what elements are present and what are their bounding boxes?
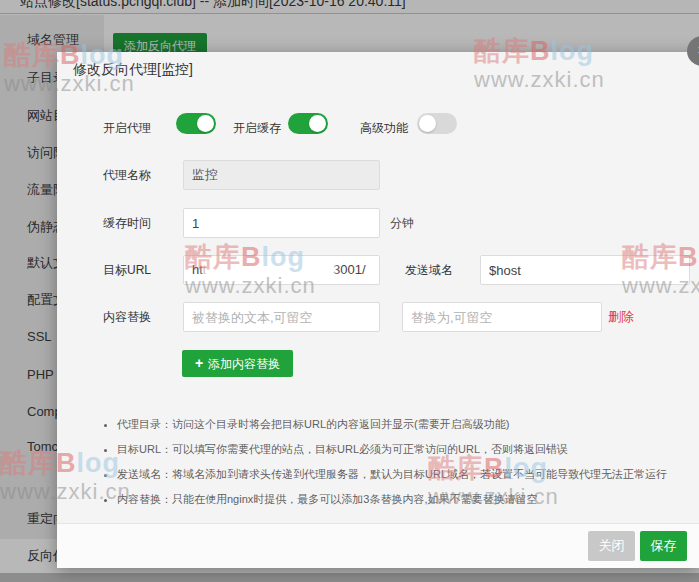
send-domain-input[interactable] bbox=[480, 255, 690, 285]
enable-proxy-toggle[interactable] bbox=[176, 113, 216, 134]
help-note-4: 内容替换：只能在使用nginx时提供，最多可以添加3条替换内容,如果不需要替换请… bbox=[117, 487, 689, 512]
target-url-prefix: htt bbox=[192, 262, 206, 277]
target-url-label: 目标URL bbox=[103, 255, 151, 285]
plus-icon: + bbox=[195, 355, 203, 371]
target-url-suffix: 3001/ bbox=[333, 256, 366, 284]
edit-reverse-proxy-modal: 修改反向代理[监控] 开启代理开启缓存高级功能 代理名称 缓存时间 分钟 目标U… bbox=[57, 52, 699, 568]
toggle-knob bbox=[309, 115, 326, 132]
modal-footer: 关闭 保存 bbox=[57, 523, 699, 568]
help-note-2: 目标URL：可以填写你需要代理的站点，目标URL必须为可正常访问的URL，否则将… bbox=[117, 437, 689, 462]
enable-proxy-toggle-label: 开启代理 bbox=[103, 113, 151, 143]
toggle-knob bbox=[197, 115, 214, 132]
help-notes: 代理目录：访问这个目录时将会把目标URL的内容返回并显示(需要开启高级功能)目标… bbox=[103, 412, 689, 512]
proxy-name-input bbox=[183, 160, 380, 190]
delete-replace-link[interactable]: 删除 bbox=[608, 302, 634, 332]
save-button[interactable]: 保存 bbox=[640, 531, 687, 561]
help-note-1: 代理目录：访问这个目录时将会把目标URL的内容返回并显示(需要开启高级功能) bbox=[117, 412, 689, 437]
add-content-replace-button[interactable]: +添加内容替换 bbox=[182, 350, 293, 377]
content-replace-label: 内容替换 bbox=[103, 302, 151, 332]
cache-time-label: 缓存时间 bbox=[103, 208, 151, 238]
cache-time-input[interactable] bbox=[183, 208, 380, 238]
toggle-knob bbox=[419, 115, 436, 132]
target-url-input[interactable]: htt 3001/ bbox=[183, 255, 380, 285]
screen: 站点修改[status.pcngqi.club] -- 添加时间[2023-10… bbox=[0, 0, 699, 582]
close-button[interactable]: 关闭 bbox=[588, 531, 635, 561]
replace-to-input[interactable] bbox=[402, 302, 602, 332]
add-content-replace-label: 添加内容替换 bbox=[208, 357, 280, 371]
help-note-3: 发送域名：将域名添加到请求头传递到代理服务器，默认为目标URL域名，若设置不当可… bbox=[117, 462, 689, 487]
enable-cache-toggle[interactable] bbox=[288, 113, 328, 134]
enable-cache-toggle-label: 开启缓存 bbox=[233, 113, 281, 143]
redaction-blur bbox=[209, 258, 329, 283]
proxy-name-label: 代理名称 bbox=[103, 160, 151, 190]
send-domain-label: 发送域名 bbox=[405, 255, 453, 285]
modal-title: 修改反向代理[监控] bbox=[73, 61, 193, 79]
cache-time-unit: 分钟 bbox=[390, 208, 414, 238]
replace-from-input[interactable] bbox=[183, 302, 380, 332]
advanced-features-toggle[interactable] bbox=[417, 113, 457, 134]
advanced-features-toggle-label: 高级功能 bbox=[360, 113, 408, 143]
